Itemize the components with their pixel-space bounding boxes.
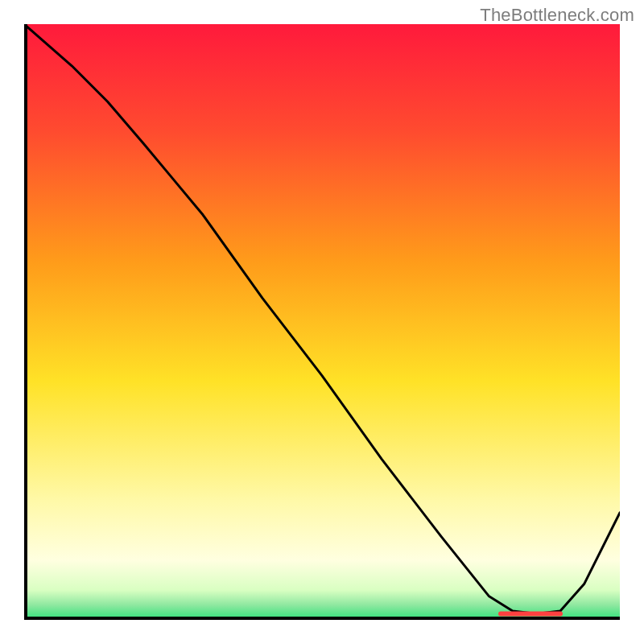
- watermark-text: TheBottleneck.com: [480, 5, 634, 26]
- axes-frame: [24, 24, 620, 620]
- chart-stage: TheBottleneck.com: [0, 0, 644, 644]
